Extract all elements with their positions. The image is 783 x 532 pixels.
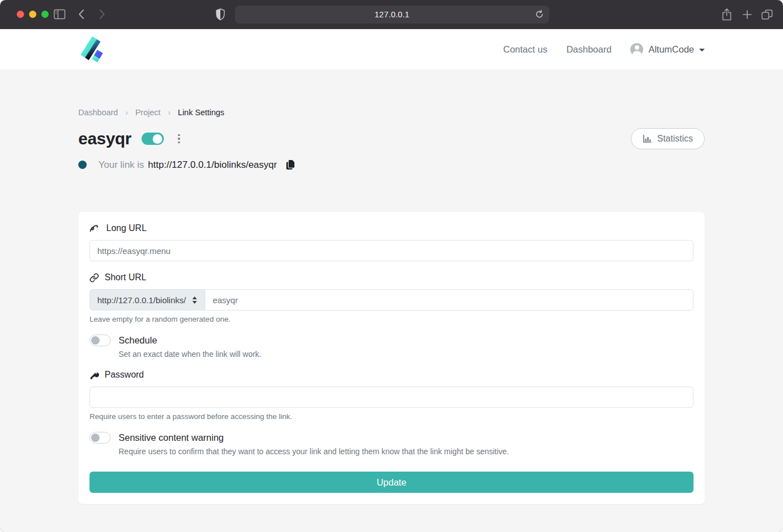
link-url[interactable]: http://127.0.0.1/biolinks/easyqr xyxy=(148,159,277,171)
key-icon xyxy=(89,370,99,380)
refresh-button[interactable] xyxy=(535,10,544,19)
forward-chevron-icon xyxy=(99,9,106,20)
minimize-window-button[interactable] xyxy=(29,11,36,18)
breadcrumb-separator-icon: › xyxy=(168,107,171,117)
short-url-section: Short URL http://127.0.0.1/biolinks/ Lea… xyxy=(89,272,694,323)
sidebar-toggle-button[interactable] xyxy=(54,9,65,20)
schedule-toggle[interactable] xyxy=(89,335,111,346)
shield-icon xyxy=(215,8,225,21)
sensitive-content-toggle[interactable] xyxy=(89,432,111,444)
address-bar[interactable]: 127.0.0.1 xyxy=(235,6,549,23)
privacy-shield-button[interactable] xyxy=(215,8,225,21)
update-button[interactable]: Update xyxy=(89,472,694,493)
schedule-label: Schedule xyxy=(119,335,157,346)
sensitive-section: Sensitive content warning Require users … xyxy=(89,432,694,456)
tab-overview-button[interactable] xyxy=(761,9,773,20)
password-helper: Require users to enter a password before… xyxy=(89,412,694,421)
short-url-input-group: http://127.0.0.1/biolinks/ xyxy=(89,289,694,310)
statistics-button[interactable]: Statistics xyxy=(631,128,705,149)
header-nav: Contact us Dashboard AltumCode xyxy=(503,43,705,56)
nav-dashboard[interactable]: Dashboard xyxy=(567,44,612,55)
long-url-label: Long URL xyxy=(106,223,147,233)
breadcrumb-link-settings: Link Settings xyxy=(178,108,224,117)
link-icon xyxy=(89,273,99,283)
site-header: Contact us Dashboard AltumCode xyxy=(0,29,783,69)
traffic-lights xyxy=(17,11,49,18)
select-arrows-icon xyxy=(192,296,197,304)
toggle-knob xyxy=(91,434,100,442)
sidebar-icon xyxy=(54,9,65,20)
more-options-button[interactable] xyxy=(176,133,182,145)
account-menu[interactable]: AltumCode xyxy=(630,43,705,56)
page-title: easyqr xyxy=(78,129,131,148)
scribble-icon xyxy=(89,224,101,233)
schedule-section: Schedule Set an exact date when the link… xyxy=(89,335,694,359)
tabs-icon xyxy=(761,9,773,20)
short-url-helper: Leave empty for a random generated one. xyxy=(89,315,694,323)
password-section: Password Require users to enter a passwo… xyxy=(89,370,694,421)
share-icon xyxy=(721,8,732,21)
copy-icon xyxy=(285,159,296,171)
breadcrumb-project[interactable]: Project xyxy=(135,108,161,117)
nav-contact-us[interactable]: Contact us xyxy=(503,44,548,55)
page-content: Dashboard › Project › Link Settings easy… xyxy=(0,69,783,532)
share-button[interactable] xyxy=(721,8,732,21)
long-url-label-row: Long URL xyxy=(89,223,694,233)
avatar xyxy=(630,43,643,56)
short-url-label: Short URL xyxy=(105,272,147,283)
close-window-button[interactable] xyxy=(17,11,24,18)
schedule-toggle-row: Schedule xyxy=(89,335,694,346)
zoom-window-button[interactable] xyxy=(41,11,49,18)
back-chevron-icon xyxy=(78,9,84,20)
link-row: Your link is http://127.0.0.1/biolinks/e… xyxy=(78,159,705,171)
toggle-knob xyxy=(153,134,162,144)
status-dot xyxy=(78,161,87,169)
browser-chrome: 127.0.0.1 xyxy=(0,0,783,29)
short-url-label-row: Short URL xyxy=(89,272,694,283)
password-input[interactable] xyxy=(89,387,694,408)
long-url-section: Long URL xyxy=(89,223,694,261)
breadcrumb: Dashboard › Project › Link Settings xyxy=(78,107,705,117)
toggle-knob xyxy=(91,336,100,345)
sensitive-label: Sensitive content warning xyxy=(119,432,224,443)
sensitive-toggle-row: Sensitive content warning xyxy=(89,432,694,444)
link-settings-card: Long URL Short URL http://127.0.0.1/biol… xyxy=(78,212,705,504)
short-url-input[interactable] xyxy=(205,289,694,310)
chevron-down-icon xyxy=(699,49,705,51)
browser-window: 127.0.0.1 xyxy=(0,0,783,532)
plus-icon xyxy=(742,10,752,20)
sensitive-helper: Require users to confirm that they want … xyxy=(119,447,694,456)
breadcrumb-separator-icon: › xyxy=(125,107,128,117)
breadcrumb-dashboard[interactable]: Dashboard xyxy=(78,108,118,117)
bar-chart-icon xyxy=(643,134,652,143)
password-label: Password xyxy=(105,370,144,380)
schedule-helper: Set an exact date when the link will wor… xyxy=(119,350,694,359)
forward-button[interactable] xyxy=(99,9,106,20)
title-row: easyqr Statistics xyxy=(78,128,705,149)
site-logo[interactable] xyxy=(78,35,105,63)
long-url-input[interactable] xyxy=(89,240,694,261)
statistics-label: Statistics xyxy=(657,134,693,144)
copy-link-button[interactable] xyxy=(285,159,296,171)
back-button[interactable] xyxy=(78,9,84,20)
account-name: AltumCode xyxy=(648,44,694,55)
short-url-domain: http://127.0.0.1/biolinks/ xyxy=(97,295,186,305)
short-url-domain-select[interactable]: http://127.0.0.1/biolinks/ xyxy=(89,289,205,310)
password-label-row: Password xyxy=(89,370,694,380)
link-enabled-toggle[interactable] xyxy=(141,133,164,145)
address-bar-url: 127.0.0.1 xyxy=(375,10,409,19)
link-label: Your link is xyxy=(98,159,144,171)
new-tab-button[interactable] xyxy=(742,10,752,20)
